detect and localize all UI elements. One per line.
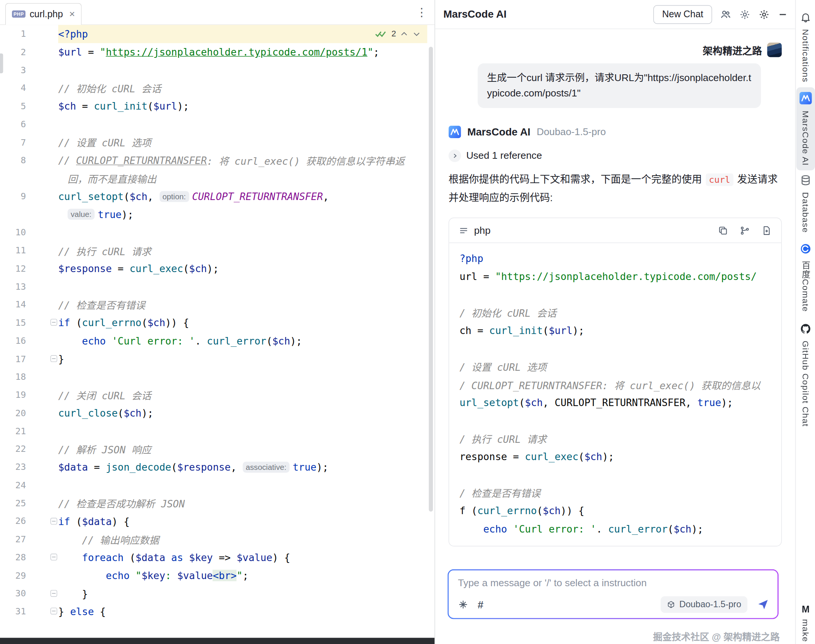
line-number[interactable]: 19 [0, 386, 26, 404]
line-number[interactable]: 9 [0, 187, 26, 205]
line-number[interactable] [0, 205, 26, 223]
chevron-right-icon[interactable] [448, 150, 461, 162]
editor-line[interactable]: 8// CURLOPT_RETURNTRANSFER: 将 curl_exec(… [0, 151, 427, 169]
code-line-text[interactable]: } else { [58, 603, 427, 620]
fold-marker-icon[interactable] [50, 590, 57, 597]
editor-line[interactable]: 14// 检查是否有错误 [0, 296, 427, 314]
code-line-text[interactable]: echo "$key: $value<br>"; [58, 566, 427, 584]
editor-line[interactable]: 13 [0, 278, 427, 296]
editor-line[interactable]: 10 [0, 223, 427, 241]
code-line-text[interactable]: // 初始化 cURL 会话 [58, 79, 427, 97]
insert-code-icon[interactable] [740, 225, 750, 236]
line-number[interactable]: 6 [0, 115, 26, 133]
editor-line[interactable]: 17} [0, 350, 427, 368]
editor-line[interactable]: 1<?php2 [0, 25, 427, 43]
next-issue-icon[interactable] [412, 30, 421, 39]
code-line-text[interactable]: } [58, 350, 427, 368]
activity-item-github-copilot-chat[interactable]: GitHub Copilot Chat [796, 323, 815, 427]
fold-marker-icon[interactable] [50, 319, 57, 326]
code-line-text[interactable]: // 解析 JSON 响应 [58, 440, 427, 458]
line-number[interactable]: 15 [0, 314, 26, 332]
new-chat-button[interactable]: New Chat [654, 5, 712, 24]
code-line-text[interactable]: <?php2 [58, 25, 427, 43]
code-line-text[interactable] [58, 115, 427, 133]
code-line-text[interactable]: $ch = curl_init($url); [58, 97, 427, 115]
line-number[interactable]: 27 [0, 530, 26, 548]
code-line-text[interactable]: $data = json_decode($response, associati… [58, 458, 427, 476]
skills-sparkle-icon[interactable] [458, 600, 468, 610]
editor-line[interactable]: 9curl_setopt($ch, option:CURLOPT_RETURNT… [0, 187, 427, 205]
code-line-text[interactable]: $url = "https://jsonplaceholder.typicode… [58, 43, 427, 61]
line-number[interactable]: 28 [0, 548, 26, 566]
editor-line[interactable]: 2$url = "https://jsonplaceholder.typicod… [0, 43, 427, 61]
line-number[interactable]: 21 [0, 422, 26, 440]
editor-line[interactable]: 15if (curl_errno($ch)) { [0, 314, 427, 332]
code-line-text[interactable] [58, 223, 427, 241]
reference-toggle[interactable]: Used 1 reference [448, 150, 781, 162]
line-number[interactable]: 2 [0, 43, 26, 61]
line-number[interactable]: 10 [0, 223, 26, 241]
line-number[interactable]: 4 [0, 79, 26, 97]
line-number[interactable]: 7 [0, 133, 26, 151]
editor-line[interactable]: 25// 检查是否成功解析 JSON [0, 494, 427, 512]
line-number[interactable] [0, 169, 26, 187]
editor-line[interactable]: 30 } [0, 584, 427, 603]
code-line-text[interactable] [58, 61, 427, 79]
editor-line[interactable]: 23$data = json_decode($response, associa… [0, 458, 427, 476]
line-number[interactable]: 31 [0, 603, 26, 620]
editor-line[interactable]: 18 [0, 368, 427, 386]
code-line-text[interactable]: value:true); [58, 205, 427, 223]
line-number[interactable]: 3 [0, 61, 26, 79]
code-line-text[interactable]: // 检查是否成功解析 JSON [58, 494, 427, 512]
line-number[interactable]: 23 [0, 458, 26, 476]
code-line-text[interactable]: // CURLOPT_RETURNTRANSFER: 将 curl_exec()… [58, 151, 427, 169]
code-line-text[interactable]: 回，而不是直接输出 [58, 169, 427, 187]
line-number[interactable]: 16 [0, 332, 26, 350]
code-line-text[interactable]: if (curl_errno($ch)) { [58, 314, 427, 332]
editor-line[interactable]: 12$response = curl_exec($ch); [0, 260, 427, 278]
line-number[interactable]: 20 [0, 404, 26, 422]
code-line-text[interactable] [58, 422, 427, 440]
code-line-text[interactable]: } [58, 584, 427, 603]
line-number[interactable]: 12 [0, 260, 26, 278]
editor-line[interactable]: 26if ($data) { [0, 512, 427, 530]
menu-icon[interactable] [458, 225, 469, 236]
chat-settings-gear-icon[interactable] [739, 9, 750, 20]
send-message-icon[interactable] [757, 598, 769, 610]
editor-line[interactable]: 24 [0, 476, 427, 494]
line-number[interactable]: 26 [0, 512, 26, 530]
line-number[interactable]: 1 [0, 25, 26, 43]
code-line-text[interactable]: $response = curl_exec($ch); [58, 260, 427, 278]
editor-line[interactable]: 7// 设置 cURL 选项 [0, 133, 427, 151]
editor-line[interactable]: 27 // 输出响应数据 [0, 530, 427, 548]
inspection-widget[interactable]: 2 [374, 29, 427, 39]
editor-line[interactable]: 19// 关闭 cURL 会话 [0, 386, 427, 404]
fold-marker-icon[interactable] [50, 518, 57, 524]
code-line-text[interactable]: // 设置 cURL 选项 [58, 133, 427, 151]
share-users-icon[interactable] [720, 9, 731, 20]
code-line-text[interactable]: if ($data) { [58, 512, 427, 530]
more-options-icon[interactable]: ⋮ [416, 6, 427, 18]
activity-item-notifications[interactable]: Notifications [796, 11, 815, 82]
code-line-text[interactable] [58, 368, 427, 386]
editor-line[interactable]: 20curl_close($ch); [0, 404, 427, 422]
line-number[interactable]: 24 [0, 476, 26, 494]
line-number[interactable]: 5 [0, 97, 26, 115]
editor-line[interactable]: value:true); [0, 205, 427, 223]
code-line-text[interactable]: foreach ($data as $key => $value) { [58, 548, 427, 566]
line-number[interactable]: 17 [0, 350, 26, 368]
line-number[interactable]: 18 [0, 368, 26, 386]
code-line-text[interactable]: echo 'Curl error: '. curl_error($ch); [58, 332, 427, 350]
code-line-text[interactable]: // 检查是否有错误 [58, 296, 427, 314]
chat-input-box[interactable]: Type a message or '/' to select a instru… [448, 569, 779, 619]
line-number[interactable]: 30 [0, 584, 26, 603]
activity-bottom[interactable]: Mmake [796, 604, 815, 642]
activity-item-百度comate[interactable]: 百度Comate [796, 243, 815, 312]
line-number[interactable]: 11 [0, 242, 26, 260]
editor-line[interactable]: 5$ch = curl_init($url); [0, 97, 427, 115]
hash-command-icon[interactable]: # [478, 600, 483, 610]
activity-item-marscode-ai[interactable]: MarsCode AI [796, 87, 815, 171]
close-tab-icon[interactable]: × [69, 8, 75, 20]
editor-line[interactable]: 11// 执行 cURL 请求 [0, 242, 427, 260]
fold-marker-icon[interactable] [50, 608, 57, 615]
